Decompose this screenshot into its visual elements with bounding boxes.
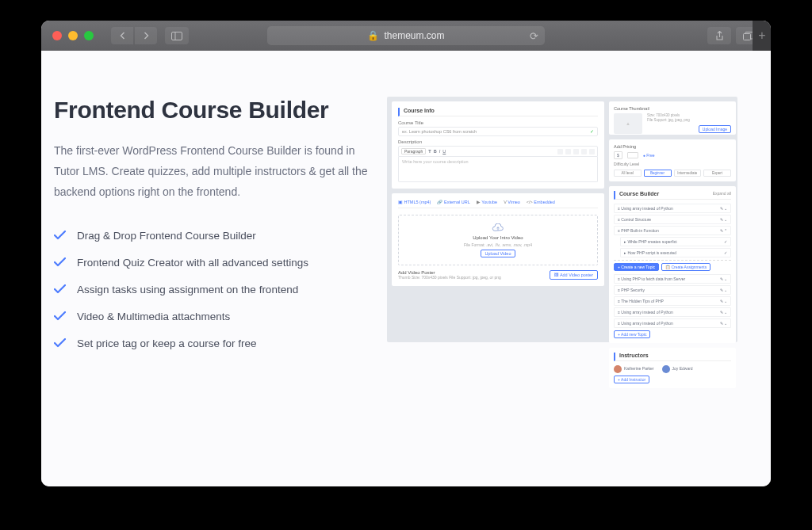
mock-instructors-card: Instructors Katherine Parker Joy Edward …	[609, 348, 736, 388]
browser-titlebar: 🔒 themeum.com ⟳ +	[41, 21, 771, 51]
mock-builder-card: Course BuilderExpand all ≡ Using array i…	[609, 186, 736, 343]
feature-item: Drag & Drop Frontend Course Builder	[54, 230, 368, 242]
url-text: themeum.com	[384, 30, 444, 41]
reload-icon[interactable]: ⟳	[530, 30, 538, 42]
window-controls	[52, 31, 94, 40]
minimize-window-button[interactable]	[68, 31, 78, 40]
mock-pricing-card: Add Pricing $ ● Free Difficulty Level Al…	[609, 139, 736, 181]
page-heading: Frontend Course Builder	[54, 97, 368, 124]
check-icon	[54, 231, 66, 242]
browser-window: 🔒 themeum.com ⟳ + Frontend Course Builde…	[41, 21, 771, 486]
address-bar[interactable]: 🔒 themeum.com ⟳	[267, 26, 545, 45]
share-button[interactable]	[707, 27, 731, 44]
mock-video-card: ▣ HTML5 (mp4) 🔗 External URL ▶ Youtube V…	[392, 193, 604, 286]
svg-rect-2	[743, 33, 750, 40]
page-content: Frontend Course Builder The first-ever W…	[41, 51, 771, 486]
check-icon	[54, 284, 66, 296]
check-icon	[54, 257, 66, 269]
new-tab-button[interactable]: +	[753, 21, 771, 51]
ui-preview-image: Course Info Course Title ex. Learn photo…	[387, 97, 737, 342]
lock-icon: 🔒	[367, 30, 379, 41]
nav-button-group	[111, 27, 157, 44]
feature-item: Set price tag or keep a course for free	[54, 337, 368, 350]
close-window-button[interactable]	[52, 31, 62, 40]
mock-course-info-card: Course Info Course Title ex. Learn photo…	[392, 101, 604, 189]
feature-item: Assign tasks using assignment on the fro…	[54, 284, 368, 296]
forward-button[interactable]	[135, 27, 157, 44]
mock-thumbnail-card: Course Thumbnail ▲ Size: 700x430 pixelsF…	[609, 101, 736, 135]
svg-rect-0	[172, 32, 182, 40]
back-button[interactable]	[111, 27, 133, 44]
check-icon	[54, 338, 66, 350]
page-description: The first-ever WordPress Frontend Course…	[54, 141, 368, 203]
check-icon	[54, 311, 66, 323]
feature-item: Video & Multimedia attachments	[54, 311, 368, 323]
feature-item: Frontend Quiz Creator with all advanced …	[54, 257, 368, 269]
fullscreen-window-button[interactable]	[84, 31, 94, 40]
sidebar-toggle-button[interactable]	[165, 27, 189, 44]
text-column: Frontend Course Builder The first-ever W…	[54, 97, 387, 486]
feature-list: Drag & Drop Frontend Course Builder Fron…	[54, 230, 368, 350]
